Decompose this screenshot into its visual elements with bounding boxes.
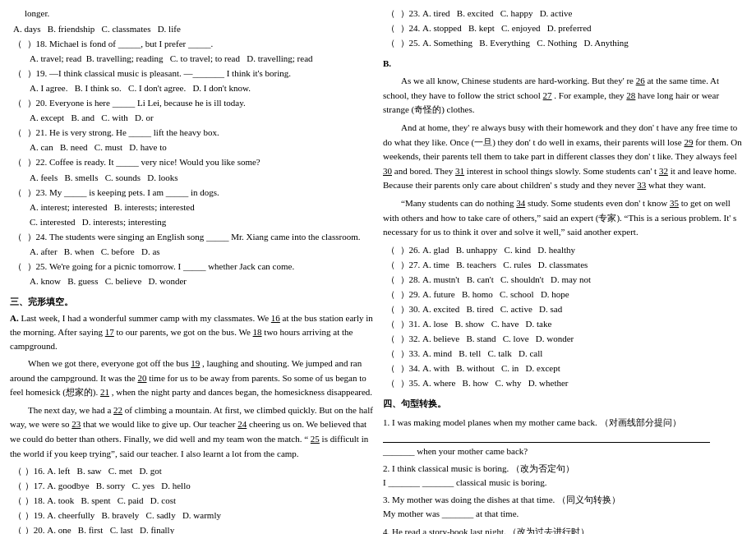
days-options: A. days B. friendship C. classmates D. l… <box>13 22 181 36</box>
transform-4: 4. He read a story-book last night. （改为过… <box>383 525 746 534</box>
question-21: （ ）21. He is very strong. He _____ lift … <box>10 126 373 140</box>
transform-2: 2. I think classical music is boring. （改… <box>383 462 746 490</box>
longer-text: longer. <box>10 7 373 21</box>
t1-original: 1. I was making model planes when my mot… <box>383 416 746 430</box>
q19-options: A. I agree. B. I think so. C. I don't ag… <box>10 81 373 95</box>
r-opt26: （ ）26. A. glad B. unhappy C. kind D. hea… <box>383 243 746 257</box>
passage-a-para3: The next day, we had a 22 of climbing a … <box>10 403 373 461</box>
q21-options: A. can B. need C. must D. have to <box>10 140 373 154</box>
passage-b-para1: As we all know, Chinese students are har… <box>383 74 746 117</box>
question-18: （ ）18. Michael is fond of _____, but I p… <box>10 37 373 51</box>
opt20: （ ）20. A. one B. first C. last D. finall… <box>10 523 373 534</box>
q18-options: A. travel; read B. travelling; reading C… <box>10 52 373 66</box>
t4-original: 4. He read a story-book last night. （改为过… <box>383 525 746 534</box>
opt16: （ ）16. A. left B. saw C. met D. got <box>10 464 373 478</box>
r-opt31: （ ）31. A. lose B. show C. have D. take <box>383 317 746 331</box>
q22-options: A. feels B. smells C. sounds D. looks <box>10 171 373 185</box>
transform-questions: 1. I was making model planes when my mot… <box>383 416 746 534</box>
passage-b-header: B. <box>383 57 746 71</box>
t2-hint: I _______ _______ classical music is bor… <box>383 476 746 490</box>
transform-3: 3. My mother was doing the dishes at tha… <box>383 493 746 521</box>
question-22: （ ）22. Coffee is ready. It _____ very ni… <box>10 155 373 169</box>
question-25: （ ）25. We're going for a picnic tomorrow… <box>10 260 373 274</box>
r-opt30: （ ）30. A. excited B. tired C. active D. … <box>383 302 746 316</box>
opt18: （ ）18. A. took B. spent C. paid D. cost <box>10 494 373 508</box>
passage-b-para3: “Many students can do nothing 34 study. … <box>383 196 746 240</box>
r-opt34: （ ）34. A. with B. without C. in D. excep… <box>383 361 746 375</box>
t2-original: 2. I think classical music is boring. （改… <box>383 462 746 476</box>
question-23: （ ）23. My _____ is keeping pets. I am __… <box>10 186 373 200</box>
passage-a-para2: When we got there, everyone got off the … <box>10 357 373 400</box>
r-opt32: （ ）32. A. believe B. stand C. love D. wo… <box>383 332 746 346</box>
left-column: longer. A. days B. friendship C. classma… <box>10 7 373 534</box>
q23-options: A. interest; interested B. interests; in… <box>10 200 373 214</box>
t3-hint: My mother was _______ at that time. <box>383 507 746 521</box>
right-column: （ ）23. A. tired B. excited C. happy D. a… <box>383 7 746 534</box>
q24-options: A. after B. when C. before D. as <box>10 245 373 259</box>
transform-1: 1. I was making model planes when my mot… <box>383 416 746 458</box>
question-days: A. days B. friendship C. classmates D. l… <box>10 22 373 36</box>
q25-options: A. know B. guess C. believe D. wonder <box>10 274 373 288</box>
r-opt28: （ ）28. A. mustn't B. can't C. shouldn't … <box>383 273 746 287</box>
passage-b-para2: And at home, they' re always busy with t… <box>383 121 746 193</box>
main-page: longer. A. days B. friendship C. classma… <box>10 7 746 534</box>
passage-a-label: A. Last week, I had a wonderful summer c… <box>10 311 373 353</box>
r-opt29: （ ）29. A. future B. homo C. school D. ho… <box>383 288 746 302</box>
q20-options: A. except B. and C. with D. or <box>10 111 373 125</box>
t1-hint: _______ when your mother came back? <box>383 444 746 458</box>
section-3-title: 三、完形填空。 <box>10 295 373 309</box>
t3-original: 3. My mother was doing the dishes at tha… <box>383 493 746 507</box>
r-opt33: （ ）33. A. mind B. tell C. talk D. call <box>383 347 746 361</box>
r-q24: （ ）24. A. stopped B. kept C. enjoyed D. … <box>383 21 746 35</box>
r-opt35: （ ）35. A. where B. how C. why D. whether <box>383 376 746 390</box>
question-19: （ ）19. —I think classical music is pleas… <box>10 67 373 81</box>
r-q25: （ ）25. A. Something B. Everything C. Not… <box>383 36 746 50</box>
t1-answer-line: _ <box>383 431 710 443</box>
section-4-title: 四、句型转换。 <box>383 397 746 411</box>
q23-options2: C. interested D. interests; interesting <box>10 215 373 229</box>
r-opt27: （ ）27. A. time B. teachers C. rules D. c… <box>383 258 746 272</box>
opt19: （ ）19. A. cheerfully B. bravely C. sadly… <box>10 509 373 522</box>
question-20: （ ）20. Everyone is here _____ Li Lei, be… <box>10 96 373 110</box>
question-24: （ ）24. The students were singing an Engl… <box>10 230 373 244</box>
opt17: （ ）17. A. goodbye B. sorry C. yes D. hel… <box>10 479 373 493</box>
r-q23: （ ）23. A. tired B. excited C. happy D. a… <box>383 7 746 21</box>
